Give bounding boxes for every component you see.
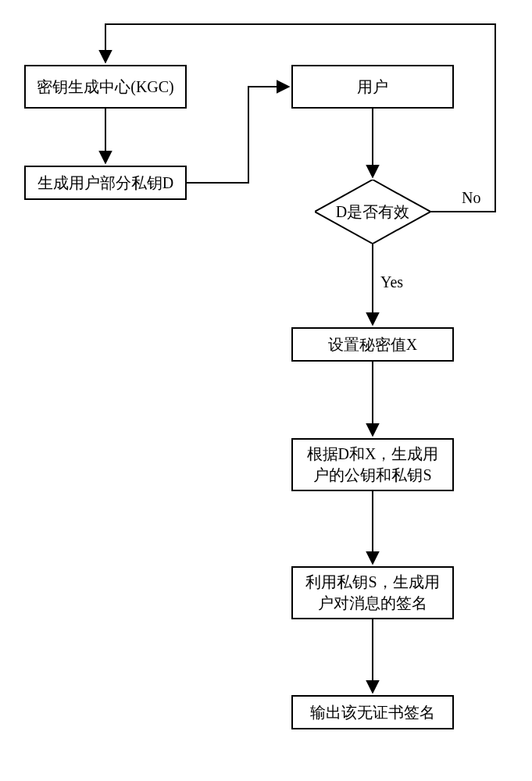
node-set-x: 设置秘密值X (291, 327, 454, 362)
node-user-label: 用户 (357, 77, 388, 98)
node-check-d-label: D是否有效 (315, 180, 430, 244)
node-gen-d: 生成用户部分私钥D (24, 166, 187, 200)
node-output: 输出该无证书签名 (291, 695, 454, 729)
node-user: 用户 (291, 65, 454, 109)
node-sign: 利用私钥S，生成用 户对消息的签名 (291, 566, 454, 619)
node-set-x-label: 设置秘密值X (328, 334, 417, 355)
node-kgc-label: 密钥生成中心(KGC) (37, 77, 174, 98)
node-gen-keys-label: 根据D和X，生成用 户的公钥和私钥S (307, 444, 439, 486)
node-output-label: 输出该无证书签名 (310, 702, 435, 723)
node-gen-d-label: 生成用户部分私钥D (37, 173, 173, 194)
flowchart-canvas: 密钥生成中心(KGC) 生成用户部分私钥D 用户 D是否有效 设置秘密值X 根据… (0, 0, 532, 781)
node-check-d: D是否有效 (315, 180, 430, 244)
node-kgc: 密钥生成中心(KGC) (24, 65, 187, 109)
edge-label-yes: Yes (380, 273, 403, 291)
node-sign-label: 利用私钥S，生成用 户对消息的签名 (305, 572, 439, 614)
node-gen-keys: 根据D和X，生成用 户的公钥和私钥S (291, 438, 454, 491)
edge-label-no: No (462, 189, 480, 207)
arrows-layer (0, 0, 532, 781)
